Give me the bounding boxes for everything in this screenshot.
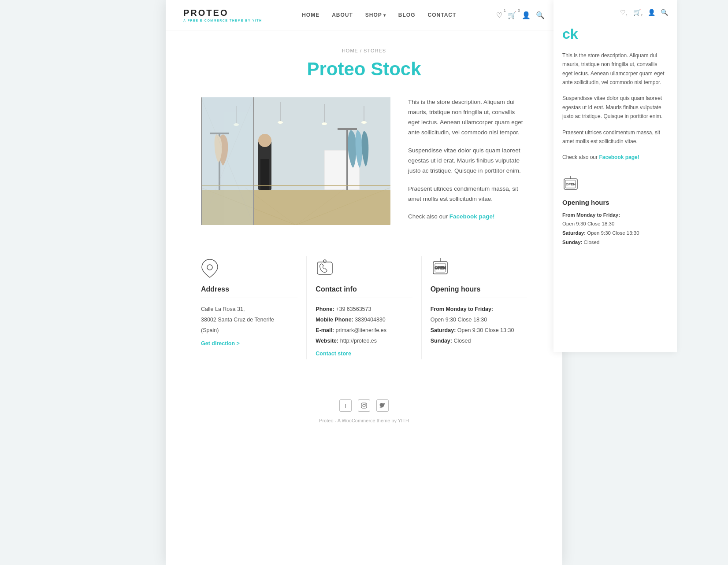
side-panel-search-icon[interactable]: 🔍 — [661, 9, 668, 17]
contact-body: Phone: +39 63563573 Mobile Phone: 383940… — [316, 304, 412, 359]
site-footer: f Proteo - A WooCommerce theme by YITH — [166, 386, 562, 432]
side-panel-facebook-link[interactable]: Facebook page! — [599, 154, 639, 160]
weekday-row: From Monday to Friday: — [431, 304, 527, 315]
side-panel-wishlist-icon[interactable]: ♡1 — [620, 9, 628, 17]
store-image — [201, 97, 390, 225]
side-panel-facebook: Check also our Facebook page! — [562, 153, 668, 162]
logo-text: PROTEO — [183, 8, 228, 18]
social-links: f — [183, 399, 545, 412]
get-direction-link[interactable]: Get direction > — [201, 339, 240, 349]
address-section: Address Calle La Rosa 31, 38002 Santa Cr… — [192, 256, 307, 359]
opening-section: OPEN Opening hours From Monday to Friday… — [422, 256, 536, 359]
phone-icon — [316, 256, 412, 278]
page-header: HOME / STORES Proteo Stock — [166, 30, 562, 89]
svg-rect-15 — [260, 159, 265, 190]
side-panel-open-icon: OPEN — [562, 175, 668, 194]
svg-text:OPEN: OPEN — [566, 182, 576, 186]
svg-point-10 — [361, 121, 367, 124]
open-sign-icon: OPEN — [431, 256, 527, 278]
saturday-row: Saturday: Open 9:30 Close 13:30 — [431, 325, 527, 336]
side-panel-open-title: Opening hours — [562, 199, 668, 206]
site-header: PROTEO A FREE E-COMMERCE THEME BY YITH H… — [166, 0, 562, 30]
side-panel-desc3: Praesent ultrices condimentum massa, sit… — [562, 128, 668, 146]
svg-point-14 — [258, 134, 271, 147]
nav-shop[interactable]: SHOP — [365, 12, 386, 18]
main-nav: HOME ABOUT SHOP BLOG CONTACT — [302, 12, 456, 18]
svg-rect-26 — [201, 97, 202, 225]
wishlist-icon[interactable]: ♡1 — [496, 11, 502, 19]
side-panel-desc1: This is the store description. Aliquam d… — [562, 51, 668, 87]
store-description: This is the store description. Aliquam d… — [408, 97, 527, 230]
info-sections: Address Calle La Rosa 31, 38002 Santa Cr… — [166, 247, 562, 377]
mobile-row: Mobile Phone: 3839404830 — [316, 315, 412, 325]
store-content: This is the store description. Aliquam d… — [166, 89, 562, 247]
logo[interactable]: PROTEO A FREE E-COMMERCE THEME BY YITH — [183, 8, 262, 22]
address-icon — [201, 256, 297, 278]
svg-rect-19 — [338, 128, 357, 130]
contact-section: Contact info Phone: +39 63563573 Mobile … — [307, 256, 421, 359]
desc-para3: Praesent ultrices condimentum massa, sit… — [408, 184, 527, 204]
nav-home[interactable]: HOME — [302, 12, 319, 18]
account-icon[interactable]: 👤 — [522, 11, 531, 19]
side-panel-desc2: Suspendisse vitae dolor quis quam laoree… — [562, 94, 668, 121]
svg-text:OPEN: OPEN — [435, 266, 446, 270]
side-panel-open-body: From Monday to Friday: Open 9:30 Close 1… — [562, 210, 668, 247]
side-panel: ♡1 🛒2 👤 🔍 ck This is the store descripti… — [553, 0, 677, 352]
footer-text: Proteo - A WooCommerce theme by YITH — [183, 418, 545, 423]
twitter-social-icon[interactable] — [376, 399, 389, 412]
sunday-row: Sunday: Closed — [431, 336, 527, 347]
svg-point-39 — [365, 404, 366, 405]
nav-about[interactable]: ABOUT — [332, 12, 353, 18]
address-title: Address — [201, 285, 297, 298]
nav-blog[interactable]: BLOG — [398, 12, 416, 18]
header-icons: ♡1 🛒0 👤 🔍 — [496, 11, 545, 19]
side-panel-title: ck — [562, 26, 668, 42]
instagram-social-icon[interactable] — [358, 399, 370, 412]
svg-rect-27 — [253, 97, 254, 225]
desc-facebook: Check also our Facebook page! — [408, 212, 527, 222]
facebook-social-icon[interactable]: f — [339, 399, 352, 412]
desc-para1: This is the store description. Aliquam d… — [408, 97, 527, 138]
phone-row: Phone: +39 63563573 — [316, 304, 412, 315]
breadcrumb: HOME / STORES — [183, 48, 545, 53]
contact-title: Contact info — [316, 285, 412, 298]
search-icon[interactable]: 🔍 — [536, 11, 545, 19]
logo-sub: A FREE E-COMMERCE THEME BY YITH — [183, 19, 262, 22]
desc-para2: Suspendisse vitae dolor quis quam laoree… — [408, 146, 527, 176]
page-title: Proteo Stock — [183, 59, 545, 80]
svg-point-38 — [363, 404, 365, 407]
svg-point-30 — [207, 265, 212, 270]
opening-body: From Monday to Friday: Open 9:30 Close 1… — [431, 304, 527, 346]
side-panel-cart-icon[interactable]: 🛒2 — [633, 9, 643, 17]
website-row: Website: http://proteo.es — [316, 336, 412, 347]
opening-title: Opening hours — [431, 285, 527, 298]
svg-rect-18 — [346, 128, 348, 190]
side-panel-opening: OPEN Opening hours From Monday to Friday… — [562, 175, 668, 247]
svg-rect-16 — [265, 159, 269, 190]
cart-icon[interactable]: 🛒0 — [508, 11, 516, 19]
address-body: Calle La Rosa 31, 38002 Santa Cruz de Te… — [201, 304, 297, 349]
side-panel-account-icon[interactable]: 👤 — [648, 9, 655, 17]
svg-point-6 — [278, 121, 283, 124]
nav-contact[interactable]: CONTACT — [428, 12, 457, 18]
email-row: E-mail: primark@itenerife.es — [316, 325, 412, 336]
facebook-link[interactable]: Facebook page! — [449, 213, 495, 220]
contact-store-link[interactable]: Contact store — [316, 349, 351, 359]
svg-point-8 — [322, 122, 327, 125]
side-panel-header-icons: ♡1 🛒2 👤 🔍 — [562, 9, 668, 17]
